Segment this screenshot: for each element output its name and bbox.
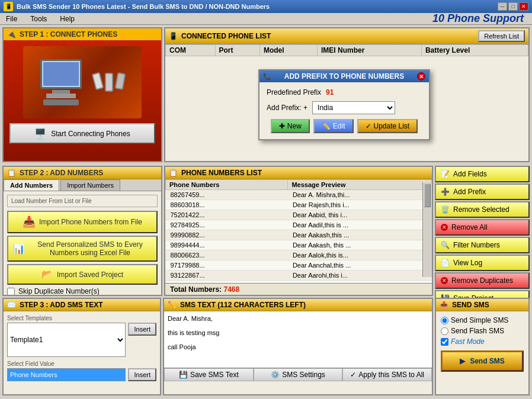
filter-numbers-button[interactable]: 🔍 Filter Numbers xyxy=(435,237,530,253)
phone-number-cell: 88006623... xyxy=(166,250,288,260)
start-btn-label: Start Connecting Phones xyxy=(51,130,130,138)
insert-field-button[interactable]: Insert xyxy=(128,368,156,381)
close-button[interactable]: ✕ xyxy=(519,2,528,11)
edit-button[interactable]: ✏️ Edit xyxy=(313,119,354,133)
insert-template-button[interactable]: Insert xyxy=(128,323,156,336)
step2-tabs: Add Numbers Import Numbers xyxy=(4,179,161,191)
menu-file[interactable]: File xyxy=(2,14,21,24)
sms-text-panel: ✏️ SMS TEXT (112 CHARACTERS LEFT) 💾 Save… xyxy=(163,298,433,395)
start-connecting-button[interactable]: 🖥️ Start Connecting Phones xyxy=(9,123,155,144)
table-row: 88006623...Dear Aalok,this is... xyxy=(166,250,432,260)
phone-numbers-list-panel: 📋 PHONE NUMBERS LIST Phone Numbers Messa… xyxy=(164,166,433,296)
edit-icon: ✏️ xyxy=(322,122,331,130)
table-row: 98994444...Dear Aakash, this ... xyxy=(166,240,432,250)
send-sms-button[interactable]: ▶ Send SMS xyxy=(441,350,524,372)
apply-sms-all-button[interactable]: ✓ Apply this SMS to All xyxy=(342,368,432,381)
step3-panel: ✉️ STEP 3 : ADD SMS TEXT Select Template… xyxy=(2,298,161,395)
fast-mode-row: Fast Mode xyxy=(441,337,524,346)
table-row: 88603018...Dear Rajesh,this i... xyxy=(166,200,432,210)
send-sms-header: 📤 SEND SMS xyxy=(436,299,528,311)
menu-help[interactable]: Help xyxy=(56,14,78,24)
add-prefix-button[interactable]: ➕ Add Prefix xyxy=(435,184,530,200)
sms-settings-button[interactable]: ⚙️ SMS Settings xyxy=(254,368,343,381)
scrollbar-vertical[interactable] xyxy=(422,182,432,277)
col-model: Model xyxy=(259,45,317,56)
sms-text-input[interactable] xyxy=(164,311,432,368)
settings-icon: ⚙️ xyxy=(271,371,280,379)
table-row: 92784925...Dear Aadil,this is ... xyxy=(166,220,432,230)
dialog-close-button[interactable]: ✕ xyxy=(417,72,425,81)
send-sms-body: Send Simple SMS Send Flash SMS Fast Mode… xyxy=(436,311,528,394)
refresh-list-button[interactable]: Refresh List xyxy=(478,30,525,42)
minimize-button[interactable]: ─ xyxy=(498,2,507,11)
load-section-label: Load Number From List or File xyxy=(7,195,158,207)
simple-sms-radio[interactable] xyxy=(441,317,448,324)
numlist-title: PHONE NUMBERS LIST xyxy=(181,169,262,177)
connect-icon: 🖥️ xyxy=(34,128,46,139)
step1-icon: 🔌 xyxy=(7,30,16,38)
import-saved-project-button[interactable]: 📂 Import Saved Project xyxy=(7,264,158,285)
phone-number-cell: 93122867... xyxy=(166,271,288,281)
country-select[interactable]: India USA UK Australia Canada xyxy=(312,101,395,114)
phone-number-cell: 75201422... xyxy=(166,210,288,220)
preview-cell: Dear Aakash,this ... xyxy=(288,230,432,240)
preview-cell: Dear Aalok,this is... xyxy=(288,250,432,260)
send-icon: ▶ xyxy=(460,357,465,365)
phones-header-icon: 📱 xyxy=(169,32,178,40)
phone-number-cell: 97179988... xyxy=(166,260,288,271)
import-phone-numbers-button[interactable]: 📥 Import Phone Numbers from File xyxy=(7,211,158,233)
step3-title: STEP 3 : ADD SMS TEXT xyxy=(20,301,103,309)
predefined-prefix-row: Predefined Prefix 91 xyxy=(267,88,422,96)
step1-content: 🖥️ Start Connecting Phones xyxy=(4,40,161,150)
save-sms-text-button[interactable]: 💾 Save SMS Text xyxy=(164,368,254,381)
skip-duplicate-checkbox[interactable] xyxy=(7,288,15,295)
predefined-label: Predefined Prefix xyxy=(267,88,321,96)
step1-header: 🔌 STEP 1 : CONNECT PHONES xyxy=(4,28,161,40)
save-icon: 💾 xyxy=(179,371,188,379)
scrollbar-thumb[interactable] xyxy=(424,184,431,207)
predefined-value: 91 xyxy=(326,88,334,96)
flash-sms-radio[interactable] xyxy=(441,327,448,335)
tab-import-numbers[interactable]: Import Numbers xyxy=(60,179,120,191)
update-icon: ✓ xyxy=(366,122,371,130)
templates-label: Select Templates xyxy=(7,315,156,321)
remove-all-button[interactable]: ✕ Remove All xyxy=(435,219,530,236)
dialog-title-bar: 📞 ADD PREFIX TO PHONE NUMBERS ✕ xyxy=(259,70,429,82)
skip-duplicate-label: Skip Duplicate Number(s) xyxy=(18,287,100,295)
maximize-button[interactable]: □ xyxy=(508,2,518,11)
menu-tools[interactable]: Tools xyxy=(27,14,50,24)
computer-graphic xyxy=(23,46,142,118)
import-phone-icon: 📥 xyxy=(23,215,36,229)
step1-title: STEP 1 : CONNECT PHONES xyxy=(20,30,117,38)
step2-body: Load Number From List or File 📥 Import P… xyxy=(4,191,161,295)
remove-all-icon: ✕ xyxy=(441,224,448,231)
add-fields-button[interactable]: 📝 Add Fields xyxy=(435,166,530,182)
new-button[interactable]: ✚ New xyxy=(271,119,310,133)
remove-duplicates-button[interactable]: ✕ Remove Duplicates xyxy=(435,272,530,289)
phones-table: COM Port Model IMEI Number Battery Level xyxy=(165,44,528,56)
remove-selected-button[interactable]: 🗑️ Remove Selected xyxy=(435,201,530,218)
step1-panel: 🔌 STEP 1 : CONNECT PHONES xyxy=(2,27,162,162)
view-log-button[interactable]: 📄 View Log xyxy=(435,255,530,271)
add-prefix-icon: ➕ xyxy=(441,188,450,196)
new-icon: ✚ xyxy=(279,122,285,130)
templates-list[interactable]: Template1 Template2 Template3 xyxy=(7,323,126,357)
update-list-button[interactable]: ✓ Update List xyxy=(357,119,418,133)
send-sms-panel: 📤 SEND SMS Send Simple SMS Send Flash SM… xyxy=(435,298,530,395)
phones-header: 📱 CONNECTED PHONE LIST Refresh List xyxy=(165,28,528,44)
simple-sms-row: Send Simple SMS xyxy=(441,316,524,324)
phone-number-cell: 88603018... xyxy=(166,200,288,210)
flash-sms-row: Send Flash SMS xyxy=(441,327,524,335)
tab-add-numbers[interactable]: Add Numbers xyxy=(4,179,59,191)
col-message-preview: Message Preview xyxy=(288,180,432,190)
fast-mode-checkbox[interactable] xyxy=(441,338,448,346)
window-title: Bulk SMS Sender 10 Phones Latest - Send … xyxy=(17,3,270,10)
preview-cell: Dear Aadil,this is ... xyxy=(288,220,432,230)
personalized-sms-button[interactable]: 📊 Send Personalized SMS to Every Numbers… xyxy=(7,236,158,262)
dialog-wrapper: 📞 ADD PREFIX TO PHONE NUMBERS ✕ Predefin… xyxy=(258,69,430,140)
col-battery: Battery Level xyxy=(421,45,528,56)
preview-cell: Dear Aanchal,this ... xyxy=(288,260,432,271)
step2-panel: 📋 STEP 2 : ADD NUMBERS Add Numbers Impor… xyxy=(2,166,162,296)
step3-header: ✉️ STEP 3 : ADD SMS TEXT xyxy=(4,299,160,311)
table-row: 75201422...Dear Aabid, this i... xyxy=(166,210,432,220)
